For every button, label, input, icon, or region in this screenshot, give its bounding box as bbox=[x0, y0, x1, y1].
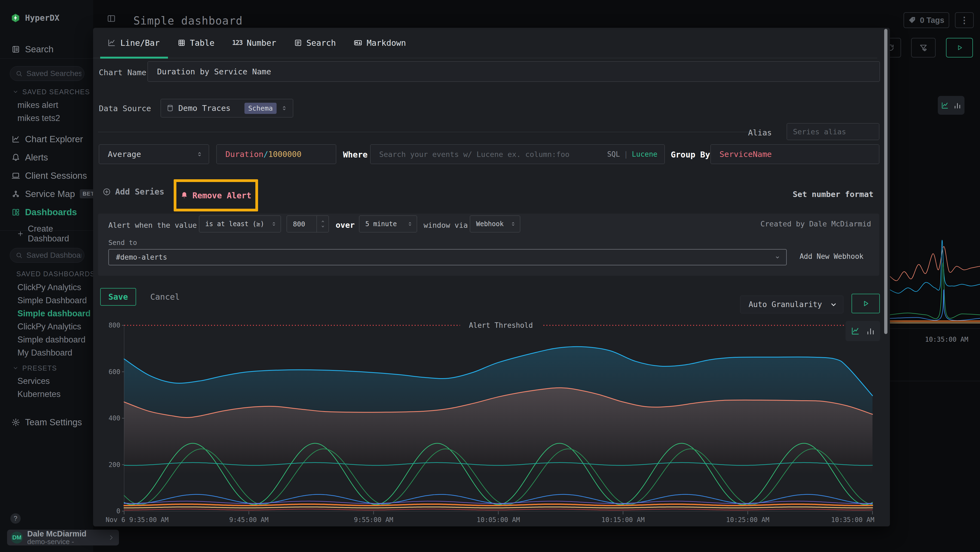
cancel-button[interactable]: Cancel bbox=[150, 292, 180, 302]
alert-condition-select[interactable]: is at least (≥) bbox=[199, 215, 281, 232]
saved-search-item[interactable]: mikes alert bbox=[0, 99, 93, 112]
group-by-input[interactable]: ServiceName bbox=[711, 144, 879, 164]
series-alias-input[interactable]: Series alias bbox=[787, 123, 879, 140]
tab-number[interactable]: 123Number bbox=[232, 27, 276, 58]
duration-chart: 0200400600800Nov 6 9:35:00 AM9:45:00 AM9… bbox=[98, 316, 884, 526]
number-stepper[interactable] bbox=[317, 216, 329, 232]
aggregation-select[interactable]: Average bbox=[99, 144, 209, 164]
saved-dashboards-list: ClickPy AnalyticsSimple DashboardSimple … bbox=[0, 281, 93, 359]
saved-dashboard-item[interactable]: Simple dashboard bbox=[0, 333, 93, 346]
data-source-label: Data Source bbox=[99, 104, 151, 113]
run-chart-button[interactable] bbox=[851, 294, 880, 313]
sidebar-divider bbox=[0, 58, 93, 59]
chevron-down-icon bbox=[774, 254, 781, 260]
lucene-option[interactable]: Lucene bbox=[632, 150, 657, 158]
data-source-select[interactable]: Demo Traces Schema bbox=[161, 99, 293, 117]
sidebar-item-label: Search bbox=[25, 44, 54, 54]
sidebar-item-dashboards[interactable]: Dashboards bbox=[0, 203, 93, 221]
sidebar-item-client-sessions[interactable]: Client Sessions bbox=[0, 166, 93, 185]
field-expression-input[interactable]: Duration/1000000 bbox=[216, 144, 336, 164]
add-new-webhook-button[interactable]: Add New Webhook bbox=[800, 252, 864, 260]
tab-search[interactable]: Search bbox=[294, 27, 336, 58]
circle-plus-icon bbox=[103, 188, 111, 196]
sidebar-item-alerts[interactable]: Alerts bbox=[0, 148, 93, 166]
saved-dashboard-item[interactable]: Simple dashboard bbox=[0, 307, 93, 320]
alert-channel-select[interactable]: Webhook bbox=[470, 215, 520, 232]
select-chevrons-icon bbox=[510, 221, 516, 227]
tag-icon bbox=[908, 16, 916, 24]
brand-name: HyperDX bbox=[25, 13, 59, 22]
sidebar-item-team-settings[interactable]: Team Settings bbox=[0, 413, 93, 431]
preset-item[interactable]: Kubernetes bbox=[0, 388, 93, 401]
more-options-button[interactable]: ⋮ bbox=[955, 12, 974, 28]
tags-button[interactable]: 0 Tags bbox=[904, 12, 949, 28]
create-dashboard-button[interactable]: Create Dashboard bbox=[0, 227, 93, 241]
sql-option[interactable]: SQL bbox=[607, 150, 620, 158]
add-series-button[interactable]: Add Series bbox=[103, 187, 164, 196]
plus-icon bbox=[17, 230, 24, 237]
filter-icon bbox=[919, 43, 928, 52]
svg-text:10:25:00 AM: 10:25:00 AM bbox=[726, 516, 769, 524]
chart-name-input[interactable]: Duration by Service Name bbox=[148, 61, 880, 82]
sidebar-item-label: Alerts bbox=[25, 152, 48, 163]
saved-dashboard-item[interactable]: ClickPy Analytics bbox=[0, 281, 93, 294]
list-icon bbox=[294, 39, 302, 47]
brand-logo[interactable]: HyperDX bbox=[11, 13, 59, 22]
set-number-format-button[interactable]: Set number format bbox=[793, 190, 873, 199]
search-book-icon bbox=[11, 45, 20, 54]
sidebar-item-service-map[interactable]: Service MapBETA bbox=[0, 185, 93, 203]
markdown-icon bbox=[354, 38, 362, 47]
save-button[interactable]: Save bbox=[100, 288, 136, 306]
saved-dashboard-item[interactable]: Simple Dashboard bbox=[0, 294, 93, 307]
sidebar-item-search[interactable]: Search bbox=[0, 40, 93, 58]
granularity-select[interactable]: Auto Granularity bbox=[740, 296, 843, 313]
presets-header[interactable]: PRESETS bbox=[13, 364, 94, 372]
chart-line-icon bbox=[107, 38, 116, 47]
avatar: DM bbox=[11, 531, 23, 544]
filter-button[interactable] bbox=[911, 38, 935, 57]
select-chevrons-icon bbox=[271, 221, 277, 227]
remove-alert-button[interactable]: Remove Alert bbox=[180, 191, 251, 200]
tab-markdown[interactable]: Markdown bbox=[354, 27, 406, 58]
saved-dashboards-header[interactable]: SAVED DASHBOARDS bbox=[13, 270, 94, 278]
help-button[interactable]: ? bbox=[10, 513, 21, 524]
saved-searches-header[interactable]: SAVED SEARCHES bbox=[13, 88, 94, 96]
svg-text:800: 800 bbox=[109, 322, 120, 329]
saved-searches-search[interactable]: Saved Searches bbox=[10, 66, 84, 81]
remove-alert-highlight: Remove Alert bbox=[174, 179, 258, 211]
sidebar-collapse-icon[interactable] bbox=[107, 14, 116, 23]
modal-scrollbar[interactable] bbox=[884, 29, 888, 334]
chart-type-toggle[interactable] bbox=[846, 321, 880, 341]
bg-chart-type-toggle[interactable] bbox=[938, 96, 964, 115]
user-menu[interactable]: DM Dale McDiarmid demo-service - bbox=[7, 530, 119, 546]
run-query-button[interactable] bbox=[946, 38, 973, 57]
bar-chart-icon bbox=[953, 101, 961, 110]
svg-text:10:15:00 AM: 10:15:00 AM bbox=[601, 516, 644, 524]
tab-table[interactable]: Table bbox=[178, 27, 215, 58]
send-to-select[interactable]: #demo-alerts bbox=[108, 249, 787, 265]
event-search-input[interactable]: Search your events w/ Lucene ex. column:… bbox=[370, 144, 665, 164]
query-language-switch[interactable]: SQL | Lucene bbox=[607, 150, 657, 158]
tab-line-bar[interactable]: Line/Bar bbox=[107, 27, 160, 58]
saved-dashboard-item[interactable]: My Dashboard bbox=[0, 346, 93, 359]
saved-dashboard-item[interactable]: ClickPy Analytics bbox=[0, 320, 93, 333]
background-chart bbox=[889, 229, 980, 330]
sidebar-item-chart-explorer[interactable]: Chart Explorer bbox=[0, 130, 93, 148]
service-map-icon bbox=[11, 190, 20, 198]
schema-badge: Schema bbox=[245, 103, 277, 114]
laptop-icon bbox=[11, 171, 20, 180]
background-divider bbox=[889, 328, 980, 329]
sidebar: HyperDX Search Saved Searches SAVED SEAR… bbox=[0, 0, 93, 552]
svg-text:10:35:00 AM: 10:35:00 AM bbox=[831, 516, 874, 524]
table-icon bbox=[178, 39, 186, 47]
preset-item[interactable]: Services bbox=[0, 375, 93, 388]
alert-window-select[interactable]: 5 minute bbox=[359, 215, 417, 232]
number-123-icon: 123 bbox=[232, 39, 242, 46]
tab-label: Number bbox=[247, 38, 276, 48]
alert-threshold-label: Alert Threshold bbox=[469, 321, 533, 329]
svg-text:400: 400 bbox=[109, 415, 120, 422]
saved-dashboards-search[interactable]: Saved Dashboards bbox=[10, 248, 84, 263]
saved-search-item[interactable]: mikes tets2 bbox=[0, 112, 93, 125]
chart-type-tabs: Line/BarTable123NumberSearchMarkdown bbox=[93, 28, 877, 58]
alert-threshold-input[interactable]: 800 bbox=[286, 215, 329, 232]
